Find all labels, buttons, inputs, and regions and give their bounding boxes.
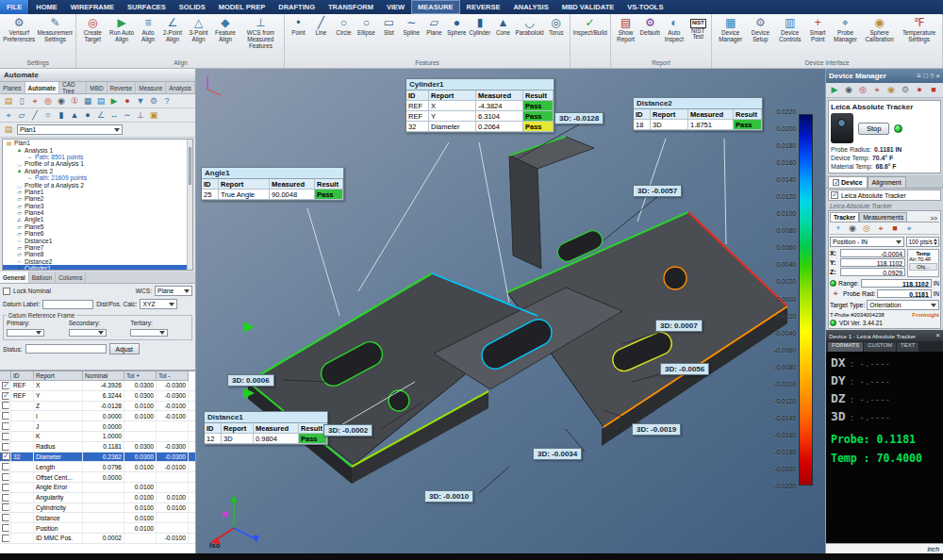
tree-item[interactable]: ◡Profile of a Analysis 1: [3, 160, 192, 167]
tolerance-table-row[interactable]: Angularity 0.0100 0.0100: [0, 493, 195, 503]
dro-tab[interactable]: TEXT: [897, 342, 918, 352]
toolbar-icon[interactable]: ●: [82, 111, 93, 120]
callout-distance1[interactable]: Distance1 IDReportMeasuredResult 123D0.9…: [204, 411, 328, 445]
menu-tab[interactable]: MODEL PREP: [212, 0, 272, 14]
detail-tab[interactable]: Balloon: [29, 272, 56, 283]
more-tabs-button[interactable]: >>: [928, 215, 939, 222]
close-icon[interactable]: ×: [935, 332, 940, 339]
callout-distance2[interactable]: Distance2 IDReportMeasuredResult 183D1.8…: [633, 97, 763, 131]
lock-nominal-checkbox[interactable]: [3, 288, 10, 295]
toolbar-icon[interactable]: ╱: [29, 111, 41, 120]
row-checkbox[interactable]: [2, 503, 9, 511]
dm-toolbar-icon[interactable]: ◉: [885, 86, 897, 94]
tracker-subtab[interactable]: Measurements: [859, 212, 907, 222]
menu-tab[interactable]: MEASURE: [411, 0, 460, 14]
tracker-subtab[interactable]: Tracker: [830, 212, 859, 222]
menu-tab[interactable]: DRAFTING: [272, 0, 322, 14]
row-checkbox[interactable]: [2, 412, 9, 420]
tolerance-table-row[interactable]: Radius 0.1181 0.0300 -0.0300: [0, 442, 195, 453]
toolbar-icon[interactable]: ∠: [95, 111, 107, 120]
distpos-select[interactable]: XYZ: [140, 299, 177, 309]
tree-item[interactable]: ▱Plane8: [3, 251, 192, 257]
tree-item[interactable]: ▤Plan1: [3, 140, 192, 146]
ribbon-button[interactable]: ◎Create Target: [78, 15, 107, 58]
panel-tab[interactable]: Planes: [0, 82, 25, 93]
tracker-tool-icon[interactable]: ⌖: [903, 224, 915, 233]
panel-tab[interactable]: CAD Tree: [59, 82, 87, 93]
toolbar-icon[interactable]: ▮: [56, 111, 67, 120]
ribbon-button[interactable]: ▭Slot: [377, 15, 400, 58]
ribbon-button[interactable]: ▤Show Report: [613, 15, 639, 58]
tolerance-table-row[interactable]: Z -0.0128 0.0100 -0.0100: [0, 402, 195, 412]
ribbon-button[interactable]: ▶Run Auto Align: [107, 15, 137, 58]
toolbar-icon[interactable]: ▤: [3, 97, 14, 106]
toolbar-icon[interactable]: ⚙: [148, 97, 159, 106]
tree-item[interactable]: ∼Path: 21609 points: [3, 174, 192, 181]
tolerance-table-row[interactable]: K 1.0000: [0, 432, 195, 442]
menu-tab[interactable]: TRANSFORM: [322, 0, 380, 14]
row-checkbox[interactable]: [2, 524, 9, 532]
tracker-tool-icon[interactable]: ⌖: [875, 224, 886, 233]
tolerance-table-row[interactable]: Position 0.0100: [0, 523, 195, 534]
deviation-label[interactable]: 3D: -0.0010: [424, 490, 473, 502]
tree-item[interactable]: ▲Analysis 2: [3, 168, 192, 174]
ribbon-button[interactable]: ◉Sphere Calibration: [861, 15, 898, 58]
tree-item[interactable]: ▱Plane6: [3, 230, 192, 237]
ribbon-button[interactable]: •Point: [287, 15, 309, 58]
tolerance-table-row[interactable]: Distance 0.0100: [0, 513, 195, 523]
ribbon-button[interactable]: ≡Auto Align: [137, 15, 159, 58]
tree-item[interactable]: ↔Distance2: [3, 258, 192, 265]
row-checkbox[interactable]: [2, 392, 9, 400]
toolbar-icon[interactable]: ◎: [42, 97, 54, 106]
menu-tab[interactable]: SURFACES: [121, 0, 173, 14]
tracker-tool-icon[interactable]: ◉: [847, 224, 858, 233]
tree-scrollbar[interactable]: [187, 140, 192, 270]
menu-tab[interactable]: HOME: [29, 0, 64, 14]
row-checkbox[interactable]: [2, 422, 9, 430]
row-checkbox[interactable]: [2, 473, 9, 481]
primary-datum-select[interactable]: [7, 329, 44, 337]
tree-item[interactable]: ▱Plane7: [3, 244, 192, 251]
tree-item[interactable]: ▲Analysis 1: [3, 146, 192, 153]
toolbar-icon[interactable]: ▲: [69, 111, 80, 120]
row-checkbox[interactable]: [2, 453, 9, 460]
dm-toolbar-icon[interactable]: ⚙: [900, 86, 911, 94]
row-checkbox[interactable]: [2, 402, 9, 409]
panel-tab[interactable]: Analysis: [166, 82, 195, 93]
menu-tab[interactable]: SOLIDS: [173, 0, 212, 14]
tree-item[interactable]: ▱Plane1: [3, 189, 192, 195]
device-checkbox[interactable]: [831, 191, 838, 199]
detail-tab[interactable]: Columns: [56, 272, 86, 283]
row-checkbox[interactable]: [2, 433, 9, 440]
ribbon-button[interactable]: △3-Point Align: [186, 15, 212, 58]
tree-item[interactable]: ▱Plane4: [3, 209, 192, 216]
ribbon-button[interactable]: ▮Cylinder: [468, 15, 491, 58]
ribbon-button[interactable]: ○Circle: [332, 15, 355, 58]
deviation-label[interactable]: 3D: 0.0006: [227, 374, 274, 387]
toolbar-icon[interactable]: ▼: [135, 97, 146, 106]
ribbon-button[interactable]: ▥Device Controls: [774, 15, 806, 58]
toolbar-icon[interactable]: ?: [161, 97, 173, 106]
ribbon-button[interactable]: +Smart Point: [805, 15, 830, 58]
tracker-tool-icon[interactable]: ■: [889, 224, 901, 233]
tolerance-table-row[interactable]: I 0.0000 0.0100 -0.0100: [0, 411, 195, 421]
menu-tab[interactable]: VIEW: [380, 0, 411, 14]
stepper-arrows[interactable]: [934, 239, 937, 245]
menu-tab[interactable]: MBD VALIDATE: [555, 0, 621, 14]
tolerance-table-row[interactable]: J 0.0000: [0, 421, 195, 432]
menu-tab[interactable]: ANALYSIS: [506, 0, 554, 14]
plan-selector[interactable]: Plan1: [17, 124, 123, 135]
deviation-label[interactable]: 3D: -0.0057: [633, 185, 682, 197]
tolerance-table-row[interactable]: Length 0.0796 0.0100 -0.0100: [0, 462, 195, 472]
tolerance-table-row[interactable]: REF X -4.3926 0.0300 -0.0300: [0, 381, 195, 391]
callout-angle1[interactable]: Angle1 IDReportMeasuredResult 25True Ang…: [201, 167, 344, 201]
toolbar-icon[interactable]: ▣: [148, 111, 159, 120]
deviation-label[interactable]: 3D: 0.0007: [655, 320, 703, 332]
dm-tab[interactable]: Alignment: [868, 176, 906, 188]
menu-tab[interactable]: VS-TOOLS: [620, 0, 670, 14]
tolerance-table-row[interactable]: Angle Error 0.0100: [0, 483, 195, 493]
tree-item[interactable]: ▱Plane2: [3, 195, 192, 202]
ribbon-button[interactable]: ∠2-Point Align: [159, 15, 186, 58]
toolbar-icon[interactable]: ⌖: [29, 97, 41, 106]
toolbar-icon[interactable]: ⊥: [135, 111, 146, 120]
